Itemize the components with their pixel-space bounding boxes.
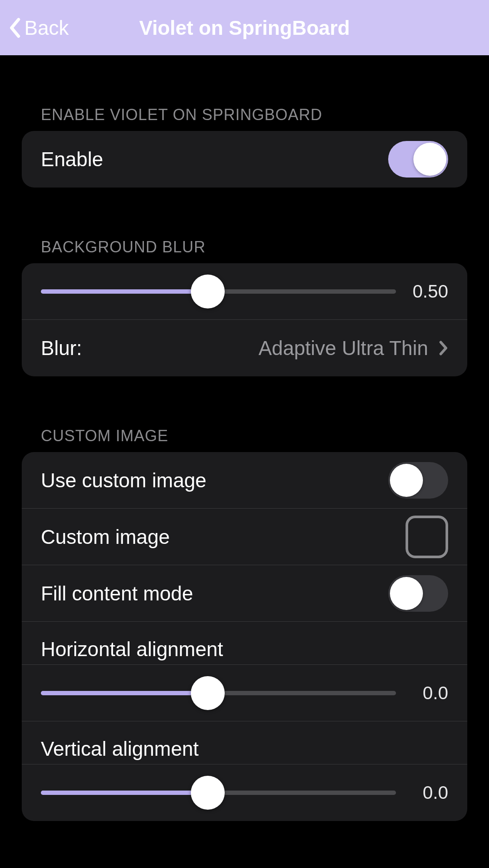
card-enable: Enable <box>22 131 467 188</box>
blur-type-value: Adaptive Ultra Thin <box>259 336 428 360</box>
fill-mode-toggle[interactable] <box>388 575 448 612</box>
blur-type-label: Blur: <box>41 336 82 360</box>
h-align-value: 0.0 <box>409 683 448 704</box>
navbar: Back Violet on SpringBoard <box>0 0 489 55</box>
v-align-label: Vertical alignment <box>41 737 448 761</box>
chevron-left-icon <box>8 17 21 38</box>
h-align-label: Horizontal alignment <box>41 637 448 661</box>
use-custom-toggle[interactable] <box>388 462 448 499</box>
row-h-align-label: Horizontal alignment <box>22 622 467 665</box>
row-custom-image[interactable]: Custom image <box>22 509 467 565</box>
row-blur-type[interactable]: Blur: Adaptive Ultra Thin <box>22 320 467 376</box>
card-blur: 0.50 Blur: Adaptive Ultra Thin <box>22 263 467 376</box>
v-align-value: 0.0 <box>409 782 448 803</box>
blur-slider[interactable] <box>41 274 396 309</box>
row-h-align-slider: 0.0 <box>22 665 467 721</box>
back-button[interactable]: Back <box>0 16 69 40</box>
page-title: Violet on SpringBoard <box>139 16 350 40</box>
row-blur-slider: 0.50 <box>22 263 467 320</box>
section-header-enable: Enable Violet on SpringBoard <box>22 106 467 131</box>
image-thumbnail-icon <box>406 516 448 558</box>
chevron-right-icon <box>439 340 448 356</box>
section-header-blur: Background Blur <box>22 238 467 263</box>
row-v-align-slider: 0.0 <box>22 764 467 821</box>
row-enable: Enable <box>22 131 467 188</box>
blur-slider-value: 0.50 <box>409 281 448 302</box>
v-align-slider[interactable] <box>41 775 396 810</box>
row-v-align-label: Vertical alignment <box>22 721 467 764</box>
fill-mode-label: Fill content mode <box>41 582 193 605</box>
card-custom: Use custom image Custom image Fill conte… <box>22 452 467 821</box>
section-header-custom: Custom Image <box>22 427 467 452</box>
custom-image-label: Custom image <box>41 525 170 549</box>
toggle-knob <box>390 577 423 610</box>
row-fill-mode: Fill content mode <box>22 565 467 622</box>
h-align-slider[interactable] <box>41 676 396 710</box>
toggle-knob <box>390 464 423 497</box>
toggle-knob <box>413 143 446 176</box>
enable-label: Enable <box>41 147 103 171</box>
back-label: Back <box>24 16 69 40</box>
use-custom-label: Use custom image <box>41 469 206 492</box>
enable-toggle[interactable] <box>388 141 448 178</box>
row-use-custom: Use custom image <box>22 452 467 509</box>
